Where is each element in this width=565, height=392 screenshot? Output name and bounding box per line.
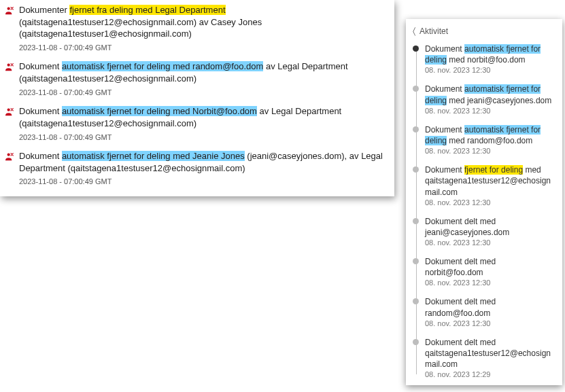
audit-segment: Dokument bbox=[19, 106, 62, 116]
activity-item[interactable]: Dokument fjernet for deling med qaitstag… bbox=[425, 164, 555, 207]
activity-segment: Dokument delt med jeani@caseyjones.dom bbox=[425, 217, 509, 237]
audit-body: Dokument automatisk fjernet for deling m… bbox=[19, 60, 388, 97]
audit-segment: Dokument bbox=[19, 151, 62, 161]
activity-item[interactable]: Dokument delt med jeani@caseyjones.dom 0… bbox=[425, 216, 555, 247]
activity-segment: Dokument bbox=[425, 165, 464, 175]
audit-segment: fjernet fra deling med Legal Department bbox=[69, 5, 225, 15]
person-unshare-icon bbox=[4, 5, 16, 19]
audit-text: Dokument automatisk fjernet for deling m… bbox=[19, 150, 388, 174]
audit-text: Dokument automatisk fjernet for deling m… bbox=[19, 105, 388, 129]
activity-back-button[interactable]: 〈 Aktivitet bbox=[413, 26, 555, 37]
audit-row: Dokument automatisk fjernet for deling m… bbox=[4, 60, 388, 97]
chevron-left-icon: 〈 bbox=[413, 26, 415, 37]
audit-segment: automatisk fjernet for deling med Jeanie… bbox=[62, 151, 245, 161]
svg-point-1 bbox=[7, 64, 10, 67]
activity-timestamp: 08. nov. 2023 12:29 bbox=[425, 370, 555, 378]
timeline-dot-icon bbox=[413, 86, 419, 92]
audit-segment: automatisk fjernet for deling med Norbit… bbox=[62, 106, 257, 116]
timeline-dot-icon bbox=[413, 218, 419, 224]
timeline-dot-icon bbox=[413, 339, 419, 345]
person-unshare-icon bbox=[4, 62, 16, 75]
activity-timestamp: 08. nov. 2023 12:30 bbox=[425, 66, 555, 74]
audit-row: Dokument automatisk fjernet for deling m… bbox=[4, 150, 388, 187]
audit-panel: Dokumenter fjernet fra deling med Legal … bbox=[0, 0, 394, 196]
audit-timestamp: 2023-11-08 - 07:00:49 GMT bbox=[19, 88, 388, 98]
activity-title: Aktivitet bbox=[420, 26, 448, 36]
activity-item[interactable]: Dokument automatisk fjernet for deling m… bbox=[425, 43, 555, 74]
audit-row: Dokumenter fjernet fra deling med Legal … bbox=[4, 4, 388, 52]
activity-item[interactable]: Dokument automatisk fjernet for deling m… bbox=[425, 84, 555, 114]
activity-segment: med jeani@caseyjones.dom bbox=[447, 96, 551, 105]
activity-text: Dokument delt med jeani@caseyjones.dom bbox=[425, 216, 555, 238]
activity-text: Dokument delt med qaitstagena1testuser12… bbox=[425, 337, 555, 370]
activity-text: Dokument delt med norbit@foo.dom bbox=[425, 256, 555, 278]
activity-text: Dokument automatisk fjernet for deling m… bbox=[425, 84, 555, 105]
audit-segment: Dokumenter bbox=[19, 5, 69, 15]
timeline-dot-icon bbox=[413, 258, 419, 264]
activity-segment: Dokument bbox=[425, 84, 464, 94]
audit-text: Dokumenter fjernet fra deling med Legal … bbox=[19, 4, 388, 40]
activity-item[interactable]: Dokument automatisk fjernet for deling m… bbox=[425, 124, 555, 155]
audit-text: Dokument automatisk fjernet for deling m… bbox=[19, 60, 388, 84]
activity-segment: Dokument bbox=[425, 125, 464, 135]
activity-segment: med norbit@foo.dom bbox=[447, 55, 526, 65]
audit-segment: Dokument bbox=[19, 61, 62, 71]
activity-segment: Dokument delt med random@foo.dom bbox=[425, 297, 496, 317]
audit-body: Dokumenter fjernet fra deling med Legal … bbox=[19, 4, 388, 52]
activity-text: Dokument fjernet for deling med qaitstag… bbox=[425, 164, 555, 198]
activity-timestamp: 08. nov. 2023 12:30 bbox=[425, 147, 555, 155]
activity-panel: 〈 Aktivitet Dokument automatisk fjernet … bbox=[406, 19, 562, 385]
activity-item[interactable]: Dokument delt med qaitstagena1testuser12… bbox=[425, 337, 555, 379]
activity-segment: fjernet for deling bbox=[464, 165, 523, 175]
activity-segment: Dokument delt med qaitstagena1testuser12… bbox=[425, 338, 551, 369]
timeline-dot-icon bbox=[413, 298, 419, 304]
activity-segment: Dokument bbox=[425, 44, 464, 54]
audit-timestamp: 2023-11-08 - 07:00:49 GMT bbox=[19, 132, 388, 143]
activity-item[interactable]: Dokument delt med norbit@foo.dom 08. nov… bbox=[425, 256, 555, 287]
activity-timestamp: 08. nov. 2023 12:30 bbox=[425, 319, 555, 327]
activity-segment: med random@foo.dom bbox=[447, 136, 532, 145]
activity-timestamp: 08. nov. 2023 12:30 bbox=[425, 198, 555, 207]
svg-point-3 bbox=[7, 154, 10, 156]
audit-timestamp: 2023-11-08 - 07:00:49 GMT bbox=[19, 43, 388, 53]
activity-text: Dokument delt med random@foo.dom bbox=[425, 296, 555, 318]
svg-point-0 bbox=[7, 7, 10, 10]
audit-body: Dokument automatisk fjernet for deling m… bbox=[19, 150, 388, 187]
svg-point-2 bbox=[7, 109, 10, 111]
person-unshare-icon bbox=[4, 152, 16, 165]
activity-text: Dokument automatisk fjernet for deling m… bbox=[425, 43, 555, 65]
activity-item[interactable]: Dokument delt med random@foo.dom 08. nov… bbox=[425, 296, 555, 327]
timeline-dot-icon bbox=[413, 46, 419, 52]
audit-segment: automatisk fjernet for deling med random… bbox=[62, 61, 263, 71]
audit-timestamp: 2023-11-08 - 07:00:49 GMT bbox=[19, 177, 388, 187]
activity-text: Dokument automatisk fjernet for deling m… bbox=[425, 124, 555, 146]
activity-segment: Dokument delt med norbit@foo.dom bbox=[425, 257, 496, 277]
person-unshare-icon bbox=[4, 107, 16, 120]
activity-timeline: Dokument automatisk fjernet for deling m… bbox=[413, 43, 555, 378]
activity-timestamp: 08. nov. 2023 12:30 bbox=[425, 107, 555, 115]
timeline-dot-icon bbox=[413, 126, 419, 132]
activity-timestamp: 08. nov. 2023 12:30 bbox=[425, 238, 555, 247]
audit-segment: (qaitstagena1testuser12@echosignmail.com… bbox=[19, 17, 262, 39]
timeline-dot-icon bbox=[413, 166, 419, 173]
audit-body: Dokument automatisk fjernet for deling m… bbox=[19, 105, 388, 142]
audit-row: Dokument automatisk fjernet for deling m… bbox=[4, 105, 388, 142]
activity-timestamp: 08. nov. 2023 12:30 bbox=[425, 279, 555, 287]
